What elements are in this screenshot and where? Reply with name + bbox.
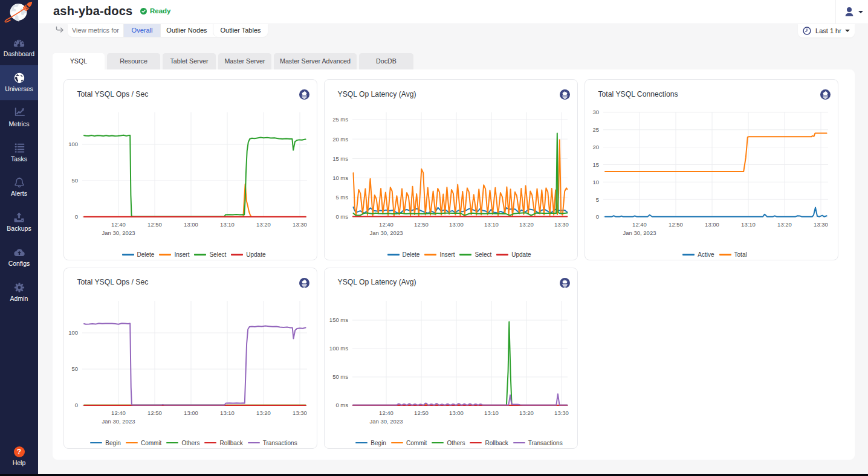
svg-text:0: 0 (595, 213, 598, 220)
svg-text:12:40: 12:40 (111, 221, 126, 228)
svg-text:13:20: 13:20 (256, 221, 271, 228)
svg-text:5 ms: 5 ms (335, 194, 348, 201)
svg-text:Jan 30, 2023: Jan 30, 2023 (369, 418, 403, 425)
svg-text:13:00: 13:00 (449, 221, 464, 228)
svg-text:12:50: 12:50 (414, 221, 429, 228)
svg-text:100 ms: 100 ms (329, 345, 348, 352)
svg-text:100: 100 (68, 141, 78, 147)
svg-text:12:40: 12:40 (379, 221, 394, 228)
svg-text:25 ms: 25 ms (332, 116, 348, 123)
svg-text:0: 0 (74, 213, 77, 220)
svg-text:12:50: 12:50 (147, 221, 162, 228)
svg-text:100: 100 (68, 329, 78, 336)
svg-text:12:50: 12:50 (414, 410, 429, 416)
svg-text:13:20: 13:20 (519, 221, 534, 228)
svg-text:50 ms: 50 ms (332, 373, 348, 380)
svg-text:Jan 30, 2023: Jan 30, 2023 (623, 230, 656, 236)
svg-text:13:10: 13:10 (220, 410, 235, 416)
svg-text:12:50: 12:50 (669, 221, 683, 228)
svg-text:13:10: 13:10 (484, 221, 499, 228)
svg-text:10: 10 (592, 179, 599, 185)
svg-text:13:30: 13:30 (554, 221, 569, 228)
svg-text:50: 50 (71, 365, 78, 372)
svg-text:5: 5 (595, 196, 598, 203)
svg-text:20: 20 (592, 144, 599, 150)
svg-text:13:30: 13:30 (554, 410, 569, 416)
svg-text:10 ms: 10 ms (332, 175, 348, 181)
svg-text:13:00: 13:00 (184, 410, 198, 416)
svg-text:13:20: 13:20 (256, 410, 271, 416)
svg-text:0: 0 (74, 402, 77, 408)
svg-text:13:10: 13:10 (741, 221, 756, 228)
svg-text:15: 15 (592, 161, 599, 168)
svg-text:0 ms: 0 ms (335, 402, 348, 408)
svg-text:13:10: 13:10 (220, 221, 235, 228)
svg-text:13:10: 13:10 (484, 410, 499, 416)
svg-text:12:40: 12:40 (379, 410, 394, 416)
svg-text:Jan 30, 2023: Jan 30, 2023 (102, 230, 135, 236)
svg-text:13:00: 13:00 (184, 221, 198, 228)
svg-text:12:40: 12:40 (632, 221, 647, 228)
svg-text:150 ms: 150 ms (329, 317, 348, 323)
svg-text:50: 50 (71, 177, 78, 184)
svg-text:Jan 30, 2023: Jan 30, 2023 (369, 230, 403, 236)
svg-text:15 ms: 15 ms (332, 155, 348, 162)
svg-text:13:30: 13:30 (814, 221, 828, 228)
svg-text:30: 30 (592, 109, 599, 115)
svg-text:13:00: 13:00 (705, 221, 719, 228)
svg-text:13:00: 13:00 (449, 410, 464, 416)
svg-text:25: 25 (592, 126, 599, 133)
svg-text:Jan 30, 2023: Jan 30, 2023 (102, 418, 135, 425)
svg-text:20 ms: 20 ms (332, 136, 348, 143)
svg-text:13:20: 13:20 (777, 221, 792, 228)
svg-text:12:50: 12:50 (147, 410, 162, 416)
svg-text:13:30: 13:30 (293, 221, 307, 228)
svg-text:0 ms: 0 ms (335, 213, 348, 220)
svg-text:13:30: 13:30 (293, 410, 307, 416)
svg-text:12:40: 12:40 (111, 410, 126, 416)
svg-text:13:20: 13:20 (519, 410, 534, 416)
